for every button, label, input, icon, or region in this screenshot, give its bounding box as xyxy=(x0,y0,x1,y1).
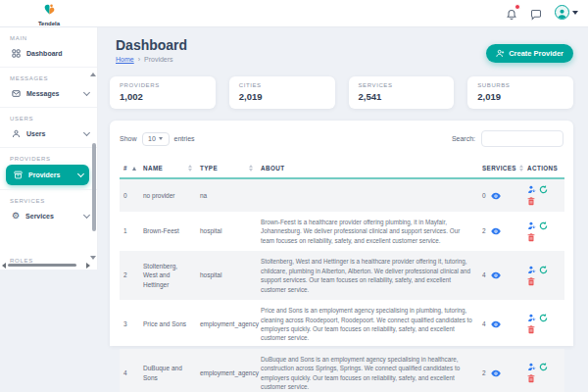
chevron-down-icon xyxy=(159,137,163,140)
sidebar-item-services[interactable]: ⚙ Services xyxy=(0,207,97,225)
assign-user-action-icon[interactable] xyxy=(527,266,536,274)
brand-name: Tendela xyxy=(0,21,98,26)
sidebar-section-providers: PROVIDERS Providers xyxy=(0,147,97,189)
page-size-select[interactable]: 10 xyxy=(142,132,170,146)
chevron-down-icon xyxy=(77,171,84,177)
delete-action-icon[interactable] xyxy=(527,277,535,286)
cell-about: Brown-Feest is a healthcare provider off… xyxy=(257,212,478,251)
cell-services: 4 xyxy=(478,300,523,349)
tendela-logo-icon xyxy=(43,3,56,16)
delete-action-icon[interactable] xyxy=(527,325,535,334)
sidebar-horizontal-scrollbar[interactable] xyxy=(0,263,92,268)
column-header-name[interactable]: NAME xyxy=(139,159,196,178)
chevron-down-icon xyxy=(83,212,90,219)
assign-user-action-icon[interactable] xyxy=(527,314,536,322)
sidebar-section-messages: MESSAGES Messages xyxy=(0,67,97,107)
column-header-about[interactable]: ABOUT xyxy=(257,159,478,178)
stat-value: 2,541 xyxy=(359,91,445,102)
notifications-bell-icon[interactable] xyxy=(506,7,517,19)
view-services-eye-icon[interactable] xyxy=(491,227,501,235)
breadcrumb-home-link[interactable]: Home xyxy=(116,56,134,63)
gear-icon: ⚙ xyxy=(12,212,20,220)
main-content: Dashboard Home › Providers Create Provid… xyxy=(98,27,588,392)
table-row: 0 no provider na 0 xyxy=(120,178,564,212)
providers-table: # NAME TYPE ABOUT SERVICES ACTIONS 0 no … xyxy=(120,159,564,392)
assign-user-action-icon[interactable] xyxy=(527,363,536,371)
scrollbar-thumb[interactable] xyxy=(8,264,76,267)
search-input[interactable] xyxy=(481,130,564,147)
cell-name: Stoltenberg, West and Hettinger xyxy=(139,251,196,300)
scrollbar-down-arrow[interactable] xyxy=(90,256,96,260)
cell-num: 2 xyxy=(120,251,139,300)
sidebar-item-providers[interactable]: Providers xyxy=(6,165,89,185)
stats-row: PROVIDERS 1,002 CITIES 2,019 SERVICES 2,… xyxy=(110,76,573,109)
chevron-down-icon xyxy=(83,129,90,136)
column-header-actions: ACTIONS xyxy=(523,159,564,178)
view-services-eye-icon[interactable] xyxy=(491,320,501,328)
refresh-action-icon[interactable] xyxy=(539,221,548,230)
refresh-action-icon[interactable] xyxy=(539,185,548,194)
view-services-eye-icon[interactable] xyxy=(491,369,501,377)
sidebar-item-messages[interactable]: Messages xyxy=(0,84,97,103)
table-row: 3 Price and Sons employment_agency Price… xyxy=(120,300,564,349)
entries-label: entries xyxy=(174,135,195,142)
sidebar-section-services: SERVICES ⚙ Services xyxy=(0,189,97,229)
section-label-main: MAIN xyxy=(10,35,97,41)
refresh-action-icon[interactable] xyxy=(539,314,548,322)
refresh-action-icon[interactable] xyxy=(539,266,548,274)
view-services-eye-icon[interactable] xyxy=(491,192,501,200)
breadcrumb-current: Providers xyxy=(144,56,173,63)
scrollbar-left-arrow[interactable] xyxy=(2,263,6,269)
notification-badge xyxy=(514,4,520,10)
cell-actions xyxy=(523,349,564,392)
cell-num: 3 xyxy=(120,300,139,349)
sidebar-item-label: Messages xyxy=(26,90,59,97)
scrollbar-right-arrow[interactable] xyxy=(86,263,90,269)
cell-services: 0 xyxy=(478,178,523,212)
cell-name: DuBuque and Sons xyxy=(139,349,196,392)
create-provider-button[interactable]: Create Provider xyxy=(486,44,573,63)
user-menu[interactable] xyxy=(555,5,578,20)
cell-actions xyxy=(523,300,564,349)
cell-type: employment_agency xyxy=(196,300,257,349)
user-plus-icon xyxy=(496,49,505,58)
topbar: Tendela xyxy=(0,0,588,27)
assign-user-action-icon[interactable] xyxy=(527,221,536,230)
sidebar-item-label: Users xyxy=(26,130,45,137)
sidebar-item-users[interactable]: Users xyxy=(0,124,97,143)
envelope-icon xyxy=(12,89,21,98)
breadcrumb-separator: › xyxy=(138,56,140,63)
stat-card-services: SERVICES 2,541 xyxy=(349,76,455,109)
section-label-users: USERS xyxy=(10,116,97,122)
stat-value: 2,019 xyxy=(239,91,325,102)
cell-type: na xyxy=(196,178,257,212)
avatar xyxy=(555,5,569,20)
refresh-action-icon[interactable] xyxy=(539,363,548,371)
column-header-num[interactable]: # xyxy=(120,159,139,178)
sidebar-item-label: Dashboard xyxy=(26,50,63,57)
column-header-type[interactable]: TYPE xyxy=(196,159,257,178)
view-services-eye-icon[interactable] xyxy=(491,271,501,279)
delete-action-icon[interactable] xyxy=(527,374,535,383)
brand-logo[interactable]: Tendela xyxy=(0,2,98,26)
delete-action-icon[interactable] xyxy=(527,197,535,206)
delete-action-icon[interactable] xyxy=(527,233,535,242)
stat-label: SUBURBS xyxy=(477,82,564,88)
stat-card-cities: CITIES 2,019 xyxy=(229,76,335,109)
sidebar-vertical-scrollbar[interactable] xyxy=(92,71,96,259)
stat-label: CITIES xyxy=(239,82,325,88)
providers-table-card: Show 10 entries Search: # NAME TYPE ABOU… xyxy=(110,121,573,346)
cell-services: 2 xyxy=(478,349,523,392)
sidebar-item-dashboard[interactable]: Dashboard xyxy=(0,44,97,63)
search-label: Search: xyxy=(452,135,475,142)
section-label-services: SERVICES xyxy=(10,198,97,204)
sidebar-section-main: MAIN Dashboard xyxy=(0,27,97,67)
dashboard-grid-icon xyxy=(12,49,21,58)
table-row: 1 Brown-Feest hospital Brown-Feest is a … xyxy=(120,212,564,251)
column-header-services[interactable]: SERVICES xyxy=(478,159,523,178)
cell-about xyxy=(257,178,478,212)
messages-bubble-icon[interactable] xyxy=(530,7,542,19)
cell-about: DuBuque and Sons is an employment agency… xyxy=(257,349,478,392)
cell-services: 2 xyxy=(478,212,523,251)
assign-user-action-icon[interactable] xyxy=(527,185,536,194)
